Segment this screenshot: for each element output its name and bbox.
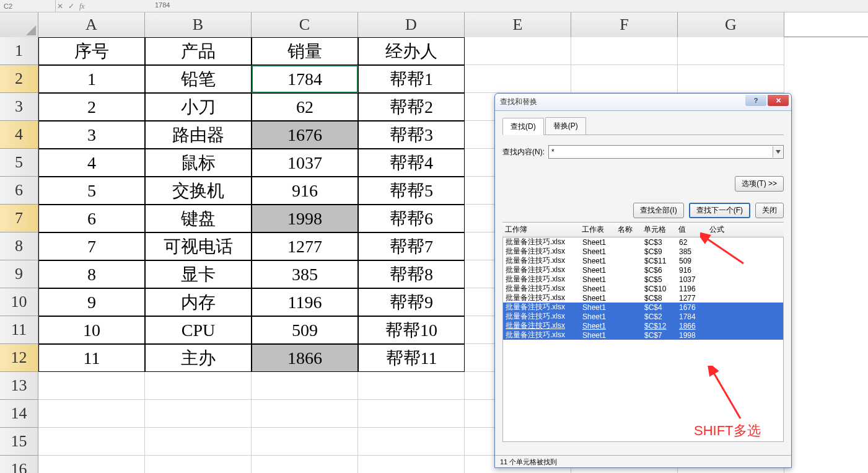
result-row[interactable]: 批量备注技巧.xlsxSheet1$C$21784 bbox=[503, 312, 783, 321]
row-header-16[interactable]: 16 bbox=[0, 456, 38, 473]
formula-value[interactable]: 1784 bbox=[155, 1, 170, 9]
cell-A5[interactable]: 4 bbox=[38, 149, 145, 177]
result-row[interactable]: 批量备注技巧.xlsxSheet1$C$71998 bbox=[503, 330, 783, 340]
row-header-14[interactable]: 14 bbox=[0, 400, 38, 428]
cell-D12[interactable]: 帮帮11 bbox=[358, 344, 465, 372]
cell-C12[interactable]: 1866 bbox=[252, 344, 358, 372]
cell-E1[interactable] bbox=[465, 37, 571, 65]
cell-A9[interactable]: 8 bbox=[38, 260, 145, 288]
result-row[interactable]: 批量备注技巧.xlsxSheet1$C$6916 bbox=[503, 265, 783, 275]
find-next-button[interactable]: 查找下一个(F) bbox=[689, 203, 750, 218]
cell-B7[interactable]: 键盘 bbox=[145, 205, 252, 232]
row-header-7[interactable]: 7 bbox=[0, 205, 38, 232]
cell-A14[interactable] bbox=[38, 400, 145, 428]
cell-B8[interactable]: 可视电话 bbox=[145, 232, 252, 260]
cell-C13[interactable] bbox=[252, 372, 358, 400]
row-header-8[interactable]: 8 bbox=[0, 232, 38, 260]
cell-B2[interactable]: 铅笔 bbox=[145, 65, 252, 93]
cell-D9[interactable]: 帮帮8 bbox=[358, 260, 465, 288]
cell-C14[interactable] bbox=[252, 400, 358, 428]
cell-D7[interactable]: 帮帮6 bbox=[358, 205, 465, 232]
cell-G2[interactable] bbox=[678, 65, 784, 93]
result-row[interactable]: 批量备注技巧.xlsxSheet1$C$101196 bbox=[503, 284, 783, 293]
row-header-10[interactable]: 10 bbox=[0, 288, 38, 316]
column-header-E[interactable]: E bbox=[465, 12, 571, 37]
cell-B13[interactable] bbox=[145, 372, 252, 400]
cell-A6[interactable]: 5 bbox=[38, 177, 145, 205]
result-row[interactable]: 批量备注技巧.xlsxSheet1$C$51037 bbox=[503, 275, 783, 284]
cell-D11[interactable]: 帮帮10 bbox=[358, 316, 465, 344]
row-header-9[interactable]: 9 bbox=[0, 260, 38, 288]
column-header-C[interactable]: C bbox=[252, 12, 358, 37]
col-name[interactable]: 名称 bbox=[615, 224, 641, 235]
cell-A1[interactable]: 序号 bbox=[38, 37, 145, 65]
result-row[interactable]: 批量备注技巧.xlsxSheet1$C$11509 bbox=[503, 256, 783, 265]
confirm-icon[interactable]: ✓ bbox=[68, 2, 74, 11]
cell-B3[interactable]: 小刀 bbox=[145, 93, 252, 121]
cancel-icon[interactable]: ✕ bbox=[57, 2, 63, 11]
result-row[interactable]: 批量备注技巧.xlsxSheet1$C$121866 bbox=[503, 321, 783, 330]
cell-B4[interactable]: 路由器 bbox=[145, 121, 252, 149]
cell-F1[interactable] bbox=[571, 37, 678, 65]
cell-C7[interactable]: 1998 bbox=[252, 205, 358, 232]
cell-B10[interactable]: 内存 bbox=[145, 288, 252, 316]
result-row[interactable]: 批量备注技巧.xlsxSheet1$C$81277 bbox=[503, 293, 783, 303]
cell-D16[interactable] bbox=[358, 456, 465, 473]
cell-C6[interactable]: 916 bbox=[252, 177, 358, 205]
result-row[interactable]: 批量备注技巧.xlsxSheet1$C$9385 bbox=[503, 247, 783, 256]
result-row[interactable]: 批量备注技巧.xlsxSheet1$C$41676 bbox=[503, 303, 783, 312]
row-header-1[interactable]: 1 bbox=[0, 37, 38, 65]
cell-B9[interactable]: 显卡 bbox=[145, 260, 252, 288]
options-button[interactable]: 选项(T) >> bbox=[735, 176, 784, 192]
find-all-button[interactable]: 查找全部(I) bbox=[633, 203, 683, 218]
tab-replace[interactable]: 替换(P) bbox=[545, 117, 586, 135]
cell-E2[interactable] bbox=[465, 65, 571, 93]
cell-A12[interactable]: 11 bbox=[38, 344, 145, 372]
cell-D8[interactable]: 帮帮7 bbox=[358, 232, 465, 260]
cell-A4[interactable]: 3 bbox=[38, 121, 145, 149]
cell-B6[interactable]: 交换机 bbox=[145, 177, 252, 205]
cell-D6[interactable]: 帮帮5 bbox=[358, 177, 465, 205]
dropdown-icon[interactable] bbox=[773, 146, 783, 157]
cell-C9[interactable]: 385 bbox=[252, 260, 358, 288]
cell-C2[interactable]: 1784 bbox=[252, 65, 358, 93]
cell-C3[interactable]: 62 bbox=[252, 93, 358, 121]
row-header-5[interactable]: 5 bbox=[0, 149, 38, 177]
cell-C8[interactable]: 1277 bbox=[252, 232, 358, 260]
column-header-D[interactable]: D bbox=[358, 12, 465, 37]
row-header-13[interactable]: 13 bbox=[0, 372, 38, 400]
col-workbook[interactable]: 工作簿 bbox=[502, 224, 579, 235]
help-button[interactable]: ? bbox=[745, 95, 766, 106]
cell-C10[interactable]: 1196 bbox=[252, 288, 358, 316]
result-row[interactable]: 批量备注技巧.xlsxSheet1$C$362 bbox=[503, 237, 783, 247]
results-header[interactable]: 工作簿 工作表 名称 单元格 值 公式 bbox=[502, 222, 784, 237]
tab-find[interactable]: 查找(D) bbox=[502, 118, 544, 135]
cell-D1[interactable]: 经办人 bbox=[358, 37, 465, 65]
cell-B1[interactable]: 产品 bbox=[145, 37, 252, 65]
cell-C11[interactable]: 509 bbox=[252, 316, 358, 344]
cell-B5[interactable]: 鼠标 bbox=[145, 149, 252, 177]
cell-A2[interactable]: 1 bbox=[38, 65, 145, 93]
close-button[interactable]: 关闭 bbox=[755, 203, 784, 218]
cell-B15[interactable] bbox=[145, 428, 252, 456]
cell-A15[interactable] bbox=[38, 428, 145, 456]
row-header-11[interactable]: 11 bbox=[0, 316, 38, 344]
close-icon[interactable]: ✕ bbox=[768, 95, 789, 106]
cell-D10[interactable]: 帮帮9 bbox=[358, 288, 465, 316]
cell-A3[interactable]: 2 bbox=[38, 93, 145, 121]
row-header-2[interactable]: 2 bbox=[0, 65, 38, 93]
cell-B14[interactable] bbox=[145, 400, 252, 428]
cell-B12[interactable]: 主办 bbox=[145, 344, 252, 372]
column-header-G[interactable]: G bbox=[678, 12, 784, 37]
cell-A16[interactable] bbox=[38, 456, 145, 473]
cell-C15[interactable] bbox=[252, 428, 358, 456]
col-cell[interactable]: 单元格 bbox=[641, 224, 676, 235]
cell-G1[interactable] bbox=[678, 37, 784, 65]
column-header-A[interactable]: A bbox=[38, 12, 145, 37]
col-formula[interactable]: 公式 bbox=[707, 224, 738, 235]
col-worksheet[interactable]: 工作表 bbox=[579, 224, 615, 235]
cell-A11[interactable]: 10 bbox=[38, 316, 145, 344]
cell-B11[interactable]: CPU bbox=[145, 316, 252, 344]
select-all-corner[interactable] bbox=[0, 12, 38, 37]
name-box[interactable]: C2 bbox=[0, 0, 56, 12]
